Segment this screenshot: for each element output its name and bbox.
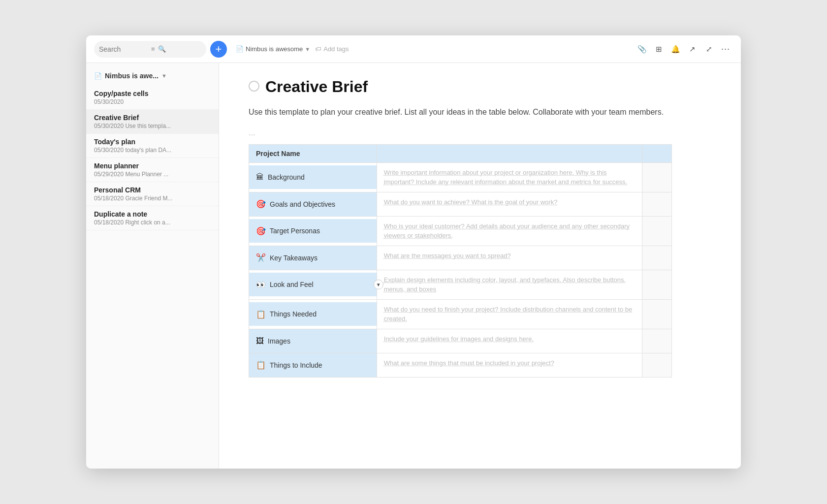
table-row: 🎯Target PersonasWho is your ideal custom… [249,216,672,246]
row-hint: What are some things that must be includ… [377,353,642,373]
table-cell-extra [642,162,672,192]
expand-button[interactable]: ⤢ [701,42,716,57]
col-header-right [377,144,642,162]
row-icon: 🎯 [256,226,266,236]
table-cell-right[interactable]: What do you need to finish your project?… [377,299,642,329]
sidebar-item-menu-planner[interactable]: Menu planner 05/29/2020 Menu Planner ... [86,158,219,182]
row-icon: 🖼 [256,337,264,346]
row-label: Target Personas [270,227,320,235]
creative-table: Project Name 🏛BackgroundWrite important … [249,144,672,378]
sidebar-item-personal-crm[interactable]: Personal CRM 05/18/2020 Gracie Friend M.… [86,182,219,206]
page-icon: 📄 [236,45,244,53]
block-menu-button[interactable]: ··· [249,130,255,139]
filter-icon: ≡ [151,45,155,53]
table-cell-right[interactable]: What do you want to achieve? What is the… [377,192,642,216]
sidebar-item-meta: 05/30/2020 Use this templa... [94,123,211,129]
app-window: ≡ 🔍 + 📄 Nimbus is awesome ▼ 🏷 Add tags 📎… [86,35,741,469]
breadcrumb[interactable]: 📄 Nimbus is awesome ▼ [236,45,310,53]
row-icon: 🎯 [256,199,266,209]
doc-status-circle[interactable] [249,81,259,92]
table-cell-extra [642,246,672,270]
col-header-extra [642,144,672,162]
table-cell-right[interactable]: Include your guidelines for images and d… [377,329,642,353]
doc-description: Use this template to plan your creative … [249,106,682,119]
table-row-label-container[interactable]: 🎯Target Personas [249,219,377,243]
add-tags-button[interactable]: 🏷 Add tags [315,45,349,53]
sidebar-item-title: Personal CRM [94,186,211,194]
sidebar-item-copy-paste[interactable]: Copy/paste cells 05/30/2020 [86,86,219,110]
table-cell-left: 👀Look and Feel▼ [249,270,377,299]
table-row-label-container[interactable]: 👀Look and Feel [249,273,377,296]
table-cell-right[interactable]: Who is your ideal customer? Add details … [377,216,642,246]
row-label: Images [268,337,290,345]
sidebar-top-area: ≡ 🔍 + [94,41,227,58]
doc-title: Creative Brief [265,78,368,96]
table-row-label-container[interactable]: ✂️Key Takeaways [249,246,377,270]
table-cell-left: 🖼Images [249,329,377,353]
breadcrumb-name: Nimbus is awesome [246,45,303,53]
tag-icon: 🏷 [315,45,321,53]
workspace-chevron-icon: ▼ [161,73,167,79]
sidebar-item-title: Duplicate a note [94,210,211,218]
table-cell-left: 🎯Target Personas [249,216,377,246]
more-options-button[interactable]: ··· [718,42,733,57]
chevron-down-icon: ▼ [305,46,310,52]
table-cell-extra [642,270,672,299]
row-label: Things to Include [270,361,322,369]
table-row-label-container[interactable]: 📋Things Needed [249,302,377,326]
search-box[interactable]: ≡ 🔍 [94,41,206,58]
table-cell-extra [642,329,672,353]
table-cell-right[interactable]: Write important information about your p… [377,162,642,192]
sidebar-item-creative-brief[interactable]: Creative Brief 05/30/2020 Use this templ… [86,110,219,134]
main-top-bar: 📄 Nimbus is awesome ▼ 🏷 Add tags 📎 ⊞ 🔔 ↗… [227,42,733,57]
row-icon: 📋 [256,360,266,370]
table-cell-right[interactable]: What are some things that must be includ… [377,353,642,377]
row-hint: Explain design elements including color,… [377,270,642,299]
notifications-button[interactable]: 🔔 [668,42,683,57]
sidebar-item-todays-plan[interactable]: Today's plan 05/30/2020 today's plan DA.… [86,134,219,158]
table-row: 🖼ImagesInclude your guidelines for image… [249,329,672,353]
table-row: 👀Look and Feel▼Explain design elements i… [249,270,672,299]
row-hint: What are the messages you want to spread… [377,246,642,266]
row-hint: Who is your ideal customer? Add details … [377,217,642,246]
table-row-label-container[interactable]: 🎯Goals and Objectives [249,192,377,216]
attachment-button[interactable]: 📎 [635,42,649,57]
workspace-icon: 📄 [94,72,102,80]
row-icon: 📋 [256,310,266,319]
table-cell-right[interactable]: Explain design elements including color,… [377,270,642,299]
sidebar-item-meta: 05/29/2020 Menu Planner ... [94,171,211,178]
workspace-name: Nimbus is awe... [105,72,159,80]
row-label: Background [268,173,305,181]
table-cell-extra [642,192,672,216]
add-button[interactable]: + [210,41,227,58]
share-button[interactable]: ↗ [685,42,700,57]
table-cell-left: 🏛Background [249,162,377,192]
search-input[interactable] [99,45,148,53]
add-tags-label: Add tags [323,45,349,53]
col-header-project-name: Project Name [249,144,377,162]
row-icon: 👀 [256,280,266,289]
row-hint: Include your guidelines for images and d… [377,329,642,349]
search-icon: 🔍 [158,45,166,53]
table-cell-right[interactable]: What are the messages you want to spread… [377,246,642,270]
row-icon: 🏛 [256,173,264,182]
table-row: 📋Things NeededWhat do you need to finish… [249,299,672,329]
workspace-header[interactable]: 📄 Nimbus is awe... ▼ [86,69,219,86]
grid-view-button[interactable]: ⊞ [651,42,666,57]
top-bar: ≡ 🔍 + 📄 Nimbus is awesome ▼ 🏷 Add tags 📎… [86,35,741,63]
table-row-label-container[interactable]: 🏛Background [249,165,377,189]
table-row: ✂️Key TakeawaysWhat are the messages you… [249,246,672,270]
sidebar-item-duplicate-note[interactable]: Duplicate a note 05/18/2020 Right click … [86,206,219,230]
sidebar-item-meta: 05/30/2020 today's plan DA... [94,147,211,154]
sidebar-item-meta: 05/30/2020 [94,98,211,105]
row-label: Look and Feel [270,281,314,288]
row-hint: What do you want to achieve? What is the… [377,192,642,212]
table-row-label-container[interactable]: 🖼Images [249,329,377,353]
collapse-row-button[interactable]: ▼ [374,280,383,289]
row-icon: ✂️ [256,253,266,262]
table-cell-left: 📋Things Needed [249,299,377,329]
sidebar-item-title: Creative Brief [94,114,211,122]
sidebar-item-meta: 05/18/2020 Right click on a... [94,219,211,226]
table-row-label-container[interactable]: 📋Things to Include [249,353,377,377]
table-cell-left: 📋Things to Include [249,353,377,377]
